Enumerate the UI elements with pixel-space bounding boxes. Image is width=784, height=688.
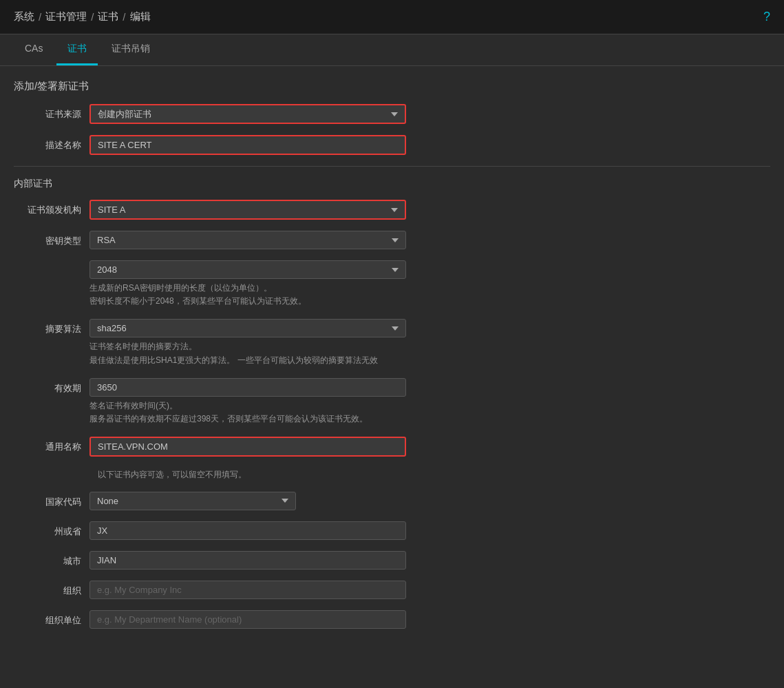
key-length-wrap: 2048 生成新的RSA密钥时使用的长度（以位为单位）。 密钥长度不能小于204… xyxy=(89,260,406,308)
org-group: 组织 xyxy=(14,581,770,599)
state-label: 州或省 xyxy=(14,521,89,538)
breadcrumb-cert-mgmt: 证书管理 xyxy=(45,10,87,23)
org-unit-group: 组织单位 xyxy=(14,610,770,629)
key-length-label xyxy=(14,260,89,264)
validity-note: 签名证书有效时间(天)。 服务器证书的有效期不应超过398天，否则某些平台可能会… xyxy=(89,399,406,426)
digest-label: 摘要算法 xyxy=(14,319,89,335)
breadcrumb-edit: 编辑 xyxy=(130,10,151,23)
validity-group: 有效期 签名证书有效时间(天)。 服务器证书的有效期不应超过398天，否则某些平… xyxy=(14,378,770,426)
city-group: 城市 xyxy=(14,551,770,570)
header: 系统 / 证书管理 / 证书 / 编辑 ? xyxy=(0,0,784,34)
cert-source-group: 证书来源 创建内部证书 xyxy=(14,104,770,124)
digest-select[interactable]: sha256 xyxy=(89,319,406,337)
tab-revoke[interactable]: 证书吊销 xyxy=(100,34,161,65)
country-group: 国家代码 None xyxy=(14,492,770,510)
org-unit-label: 组织单位 xyxy=(14,610,89,627)
cert-issuer-label: 证书颁发机构 xyxy=(14,200,89,216)
section-divider xyxy=(14,166,770,167)
main-content: 添加/签署新证书 证书来源 创建内部证书 描述名称 内部证书 证书颁发机构 SI… xyxy=(0,66,784,654)
cert-source-select[interactable]: 创建内部证书 xyxy=(89,104,406,124)
city-input[interactable] xyxy=(89,551,406,570)
optional-note: 以下证书内容可选，可以留空不用填写。 xyxy=(98,468,770,481)
tab-cas[interactable]: CAs xyxy=(14,34,54,65)
org-input[interactable] xyxy=(89,581,406,599)
key-type-select[interactable]: RSA xyxy=(89,231,406,249)
validity-label: 有效期 xyxy=(14,378,89,395)
cert-source-label: 证书来源 xyxy=(14,104,89,121)
city-label: 城市 xyxy=(14,551,89,567)
internal-cert-title: 内部证书 xyxy=(14,178,770,190)
breadcrumb-sep2: / xyxy=(91,11,94,23)
state-wrap xyxy=(89,521,406,540)
org-unit-wrap xyxy=(89,610,406,629)
validity-wrap: 签名证书有效时间(天)。 服务器证书的有效期不应超过398天，否则某些平台可能会… xyxy=(89,378,406,426)
breadcrumb-cert: 证书 xyxy=(98,10,118,23)
key-type-group: 密钥类型 RSA xyxy=(14,231,770,249)
desc-name-label: 描述名称 xyxy=(14,135,89,152)
digest-group: 摘要算法 sha256 证书签名时使用的摘要方法。 最佳做法是使用比SHA1更强… xyxy=(14,319,770,366)
cert-issuer-group: 证书颁发机构 SITE A xyxy=(14,200,770,220)
breadcrumb: 系统 / 证书管理 / 证书 / 编辑 xyxy=(14,10,151,23)
country-label: 国家代码 xyxy=(14,492,89,508)
common-name-input[interactable] xyxy=(89,437,406,457)
desc-name-wrap xyxy=(89,135,406,155)
digest-wrap: sha256 证书签名时使用的摘要方法。 最佳做法是使用比SHA1更强大的算法。… xyxy=(89,319,406,366)
key-length-select[interactable]: 2048 xyxy=(89,260,406,279)
cert-issuer-select[interactable]: SITE A xyxy=(89,200,406,220)
breadcrumb-sep1: / xyxy=(39,11,41,23)
desc-name-input[interactable] xyxy=(89,135,406,155)
desc-name-group: 描述名称 xyxy=(14,135,770,155)
key-type-label: 密钥类型 xyxy=(14,231,89,247)
city-wrap xyxy=(89,551,406,570)
digest-note: 证书签名时使用的摘要方法。 最佳做法是使用比SHA1更强大的算法。 一些平台可能… xyxy=(89,340,406,366)
breadcrumb-sep3: / xyxy=(123,11,125,23)
common-name-wrap xyxy=(89,437,406,457)
validity-input[interactable] xyxy=(89,378,406,397)
cert-issuer-wrap: SITE A xyxy=(89,200,406,220)
help-icon[interactable]: ? xyxy=(763,10,770,24)
org-wrap xyxy=(89,581,406,599)
tabs-bar: CAs 证书 证书吊销 xyxy=(0,34,784,66)
tab-cert[interactable]: 证书 xyxy=(56,34,98,65)
org-unit-input[interactable] xyxy=(89,610,406,629)
cert-source-wrap: 创建内部证书 xyxy=(89,104,406,124)
country-select[interactable]: None xyxy=(89,492,296,510)
common-name-group: 通用名称 xyxy=(14,437,770,457)
key-type-wrap: RSA xyxy=(89,231,406,249)
org-label: 组织 xyxy=(14,581,89,597)
state-group: 州或省 xyxy=(14,521,770,540)
country-wrap: None xyxy=(89,492,406,510)
breadcrumb-system: 系统 xyxy=(14,10,34,23)
state-input[interactable] xyxy=(89,521,406,540)
add-sign-title: 添加/签署新证书 xyxy=(14,80,770,93)
key-length-group: 2048 生成新的RSA密钥时使用的长度（以位为单位）。 密钥长度不能小于204… xyxy=(14,260,770,308)
common-name-label: 通用名称 xyxy=(14,437,89,453)
key-length-note: 生成新的RSA密钥时使用的长度（以位为单位）。 密钥长度不能小于2048，否则某… xyxy=(89,282,406,308)
